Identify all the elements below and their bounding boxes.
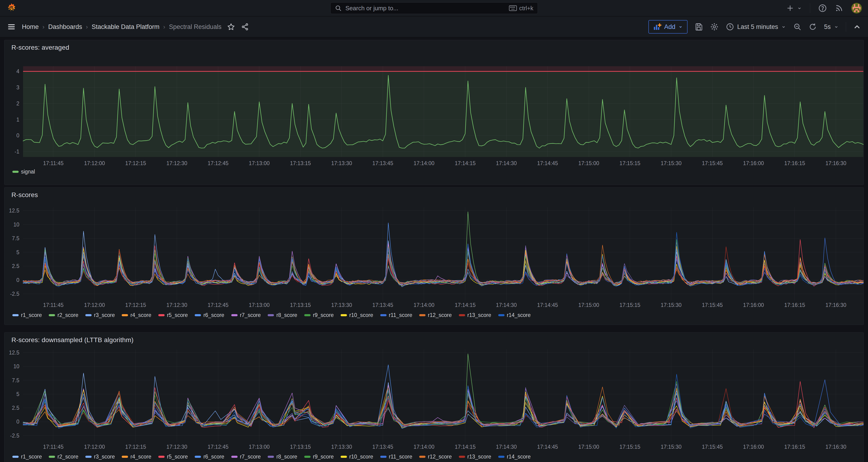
breadcrumb: Home › Dashboards › Stackable Data Platf… (22, 23, 221, 31)
favorite-button[interactable] (227, 23, 235, 31)
svg-text:17:12:45: 17:12:45 (208, 160, 228, 166)
add-panel-button[interactable]: Add (648, 20, 687, 34)
svg-text:2: 2 (16, 100, 19, 106)
search-shortcut: ctrl+k (509, 5, 533, 12)
legend-label: r11_score (389, 312, 412, 318)
grafana-logo-icon[interactable] (6, 3, 17, 13)
legend-color-pill (268, 314, 274, 316)
legend-item[interactable]: r8_score (268, 312, 297, 318)
svg-text:17:14:00: 17:14:00 (413, 160, 435, 166)
legend-color-pill (498, 456, 504, 458)
legend-item[interactable]: r12_score (419, 454, 452, 460)
user-avatar[interactable] (851, 3, 862, 13)
zoom-out-time-button[interactable] (793, 23, 802, 31)
svg-text:17:16:00: 17:16:00 (743, 160, 764, 166)
svg-text:17:15:00: 17:15:00 (578, 302, 599, 308)
global-search[interactable]: ctrl+k (330, 2, 538, 14)
legend-label: r1_score (21, 454, 42, 460)
legend: signal (12, 168, 35, 175)
svg-text:17:11:45: 17:11:45 (43, 444, 64, 450)
svg-text:17:16:15: 17:16:15 (784, 160, 805, 166)
legend-item[interactable]: r7_score (231, 454, 261, 460)
legend-item[interactable]: r5_score (158, 454, 188, 460)
legend-item[interactable]: r3_score (85, 312, 115, 318)
legend-item[interactable]: r1_score (12, 454, 42, 460)
legend-item[interactable]: r2_score (49, 454, 78, 460)
grafana-app: ctrl+k (0, 0, 868, 462)
legend-item[interactable]: r14_score (498, 454, 531, 460)
legend-label: r10_score (349, 312, 373, 318)
breadcrumb-current: Spectral Residuals (169, 23, 221, 31)
chevron-up-icon (853, 23, 861, 31)
svg-text:17:13:45: 17:13:45 (372, 444, 393, 450)
legend-item[interactable]: r8_score (268, 454, 297, 460)
refresh-button[interactable] (809, 23, 817, 31)
svg-text:17:14:45: 17:14:45 (537, 160, 558, 166)
legend-color-pill (122, 314, 128, 316)
legend-item[interactable]: r10_score (341, 312, 373, 318)
svg-text:17:13:15: 17:13:15 (290, 444, 311, 450)
legend-label: r13_score (467, 454, 491, 460)
svg-text:17:13:30: 17:13:30 (331, 444, 352, 450)
svg-text:5: 5 (16, 391, 19, 397)
svg-text:17:13:30: 17:13:30 (331, 302, 352, 308)
legend-item[interactable]: r3_score (85, 454, 115, 460)
search-input[interactable] (345, 4, 506, 12)
legend-item[interactable]: r10_score (341, 454, 373, 460)
legend-label: signal (21, 168, 35, 175)
svg-text:17:11:45: 17:11:45 (43, 302, 64, 308)
share-button[interactable] (241, 23, 249, 31)
legend-label: r6_score (203, 312, 224, 318)
legend-item[interactable]: r12_score (419, 312, 452, 318)
svg-text:17:14:30: 17:14:30 (496, 302, 517, 308)
legend-item[interactable]: r5_score (158, 312, 188, 318)
breadcrumb-home[interactable]: Home (22, 23, 39, 31)
legend-label: r8_score (276, 312, 297, 318)
legend-item[interactable]: signal (12, 168, 35, 175)
legend: r1_scorer2_scorer3_scorer4_scorer5_score… (12, 312, 531, 318)
legend-item[interactable]: r13_score (459, 312, 491, 318)
refresh-interval-picker[interactable]: 5s (824, 23, 839, 31)
svg-text:17:13:00: 17:13:00 (249, 160, 270, 166)
svg-text:17:16:30: 17:16:30 (825, 160, 846, 166)
breadcrumb-dashboards[interactable]: Dashboards (48, 23, 82, 31)
dashboard-settings-button[interactable] (710, 22, 719, 31)
collapse-toolbar-button[interactable] (853, 23, 861, 31)
mega-menu-button[interactable] (7, 22, 16, 31)
legend-label: r12_score (428, 454, 452, 460)
svg-text:17:15:30: 17:15:30 (661, 302, 682, 308)
timeseries-plot-averaged[interactable]: 43210-117:11:4517:12:0017:12:1517:12:301… (4, 40, 864, 185)
legend-item[interactable]: r11_score (380, 454, 412, 460)
svg-text:17:12:00: 17:12:00 (84, 160, 105, 166)
time-range-picker[interactable]: Last 5 minutes (726, 23, 786, 31)
svg-text:17:11:45: 17:11:45 (43, 160, 64, 166)
legend-item[interactable]: r4_score (122, 454, 151, 460)
svg-text:17:15:45: 17:15:45 (702, 444, 723, 450)
hamburger-icon (7, 22, 16, 31)
chevron-down-icon (797, 6, 802, 11)
timeseries-plot-downsampled[interactable]: 12.5107.552.50-2.517:11:4517:12:0017:12:… (4, 333, 864, 462)
legend-item[interactable]: r11_score (380, 312, 412, 318)
legend-item[interactable]: r4_score (122, 312, 151, 318)
news-button[interactable] (835, 4, 843, 12)
legend-item[interactable]: r13_score (459, 454, 491, 460)
legend-item[interactable]: r2_score (49, 312, 78, 318)
legend-item[interactable]: r14_score (498, 312, 531, 318)
legend-color-pill (12, 456, 19, 458)
svg-text:17:15:00: 17:15:00 (578, 444, 599, 450)
svg-text:17:14:00: 17:14:00 (413, 444, 435, 450)
timeseries-plot-rscores[interactable]: 12.5107.552.50-2.517:11:4517:12:0017:12:… (4, 187, 864, 325)
legend-item[interactable]: r9_score (304, 454, 334, 460)
save-dashboard-button[interactable] (694, 23, 703, 31)
breadcrumb-folder[interactable]: Stackable Data Platform (92, 23, 159, 31)
legend-item[interactable]: r7_score (231, 312, 261, 318)
legend-item[interactable]: r6_score (195, 312, 224, 318)
help-button[interactable] (818, 4, 827, 12)
legend-label: r9_score (313, 454, 334, 460)
panel-rscores-averaged: R-scores: averaged 43210-117:11:4517:12:… (4, 40, 864, 185)
legend-color-pill (49, 314, 55, 316)
legend-item[interactable]: r6_score (195, 454, 224, 460)
legend-item[interactable]: r1_score (12, 312, 42, 318)
legend-item[interactable]: r9_score (304, 312, 334, 318)
new-menu-button[interactable] (786, 4, 802, 12)
